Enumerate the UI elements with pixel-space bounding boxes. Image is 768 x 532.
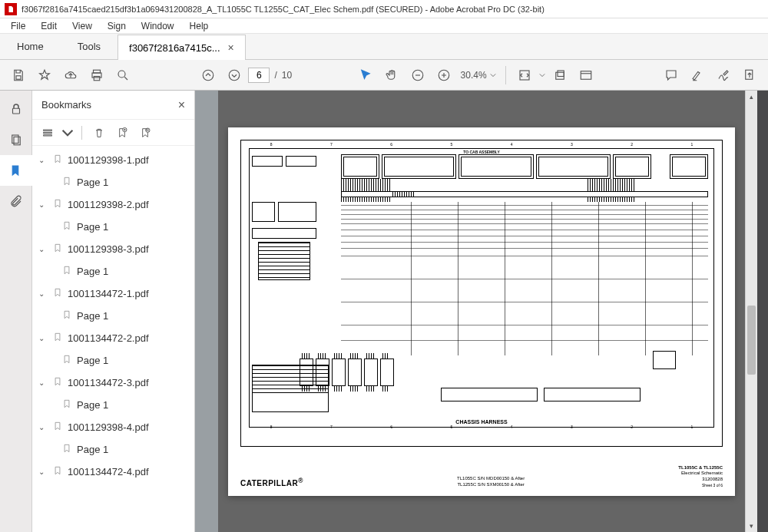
page-current-input[interactable] (248, 68, 270, 83)
chevron-down-icon[interactable]: ⌄ (38, 200, 48, 209)
page-gutter (195, 91, 218, 532)
page-control: / 10 (248, 68, 292, 83)
page-up-button[interactable] (196, 63, 220, 88)
rail-thumbnails-button[interactable] (0, 124, 32, 155)
bookmark-item[interactable]: ⌄1001129398-2.pdf (35, 193, 194, 216)
grid-numbers-top: 87654321 (241, 142, 722, 148)
zoom-display[interactable]: 30.4% (458, 70, 499, 81)
star-button[interactable] (32, 63, 57, 88)
window-title: f3067f2816a7415caed215df3b1a069431200828… (22, 5, 768, 14)
bookmark-item[interactable]: ⌄1001129398-1.pdf (35, 149, 194, 171)
window-titlebar: f3067f2816a7415caed215df3b1a069431200828… (0, 0, 768, 18)
scroll-thumb[interactable] (747, 306, 756, 375)
chevron-down-icon[interactable]: ⌄ (38, 156, 48, 164)
fit-chevron[interactable] (538, 72, 546, 78)
hand-tool-button[interactable] (379, 63, 404, 88)
tab-document[interactable]: f3067f2816a7415c... × (118, 35, 246, 60)
highlight-button[interactable] (685, 63, 710, 88)
bookmark-options-button[interactable] (38, 124, 57, 142)
tab-close-icon[interactable]: × (228, 41, 234, 54)
new-bookmark-button[interactable] (113, 124, 131, 142)
panel-close-icon[interactable]: × (178, 98, 185, 112)
rail-bookmarks-button[interactable] (0, 155, 32, 186)
panel-separator (81, 126, 82, 140)
bookmark-item[interactable]: ⌄1001134472-1.pdf (35, 283, 194, 305)
bookmark-icon (61, 265, 72, 278)
tab-home[interactable]: Home (0, 34, 61, 59)
menu-bar: File Edit View Sign Window Help (0, 18, 768, 34)
bookmark-tree[interactable]: ⌄1001129398-1.pdfPage 1⌄1001129398-2.pdf… (32, 146, 194, 532)
select-tool-button[interactable] (353, 63, 378, 88)
bookmark-child-item[interactable]: Page 1 (35, 216, 194, 238)
zoom-out-button[interactable] (406, 63, 430, 88)
menu-sign[interactable]: Sign (100, 19, 134, 33)
bookmark-label: Page 1 (77, 221, 108, 233)
toolbar-separator (505, 66, 506, 84)
model-line-1: TL1055C S/N MDD00150 & After (303, 476, 678, 482)
cloud-upload-button[interactable] (58, 63, 83, 88)
tab-document-label: f3067f2816a7415c... (129, 42, 220, 54)
model-line-2: TL1255C S/N SXM00150 & After (303, 482, 678, 488)
save-button[interactable] (6, 63, 31, 88)
fit-width-button[interactable] (512, 63, 537, 88)
bookmark-label: 1001129398-3.pdf (68, 243, 149, 255)
bookmark-child-item[interactable]: Page 1 (35, 305, 194, 327)
bookmark-child-item[interactable]: Page 1 (35, 171, 194, 193)
bookmark-item[interactable]: ⌄1001134472-2.pdf (35, 327, 194, 349)
bookmark-icon (52, 465, 63, 478)
delete-bookmark-button[interactable] (90, 124, 108, 142)
menu-file[interactable]: File (3, 19, 33, 33)
bookmark-child-item[interactable]: Page 1 (35, 260, 194, 283)
tools-pane-collapsed[interactable] (757, 91, 768, 532)
menu-help[interactable]: Help (182, 19, 217, 33)
comment-button[interactable] (659, 63, 684, 88)
bookmark-item[interactable]: ⌄1001134472-4.pdf (35, 461, 194, 483)
print-button[interactable] (84, 63, 109, 88)
find-bookmark-button[interactable] (136, 124, 154, 142)
brand-label: CATERPILLAR (240, 480, 298, 488)
svg-rect-17 (44, 130, 52, 131)
rail-lock-button[interactable] (0, 94, 32, 124)
grid-numbers-bottom: 87654321 (241, 425, 722, 431)
chevron-down-icon[interactable]: ⌄ (38, 423, 48, 431)
menu-view[interactable]: View (65, 19, 100, 33)
menu-window[interactable]: Window (134, 19, 182, 33)
page-total: 10 (282, 70, 292, 81)
scroll-down-arrow-icon[interactable]: ▾ (746, 520, 757, 532)
find-button[interactable] (111, 63, 135, 88)
share-button[interactable] (737, 63, 762, 88)
menu-edit[interactable]: Edit (33, 19, 65, 33)
bookmark-item[interactable]: ⌄1001129398-3.pdf (35, 238, 194, 260)
zoom-in-button[interactable] (432, 63, 456, 88)
chevron-down-icon (61, 127, 74, 139)
vertical-scrollbar[interactable]: ▴ ▾ (745, 91, 757, 532)
bookmark-item[interactable]: ⌄1001134472-3.pdf (35, 372, 194, 394)
chevron-down-icon[interactable]: ⌄ (38, 378, 48, 387)
title-line-3: 31200828 (678, 477, 723, 483)
read-mode-button[interactable] (574, 63, 598, 88)
bookmark-child-item[interactable]: Page 1 (35, 349, 194, 372)
svg-rect-15 (12, 135, 18, 144)
title-line-1: TL1055C & TL1255C (678, 465, 723, 471)
bookmark-item[interactable]: ⌄1001129398-4.pdf (35, 416, 194, 438)
title-line-2: Electrical Schematic (678, 471, 723, 477)
bookmark-child-item[interactable]: Page 1 (35, 394, 194, 416)
scroll-up-arrow-icon[interactable]: ▴ (746, 91, 757, 103)
chevron-down-icon[interactable]: ⌄ (38, 289, 48, 298)
chevron-down-icon[interactable]: ⌄ (38, 468, 48, 476)
svg-rect-0 (16, 75, 21, 79)
chassis-harness-label: CHASSIS HARNESS (455, 419, 507, 425)
page-down-button[interactable] (222, 63, 247, 88)
chevron-down-icon[interactable]: ⌄ (38, 245, 48, 253)
sign-button[interactable] (711, 63, 736, 88)
bookmark-icon (52, 243, 63, 256)
svg-rect-9 (520, 71, 529, 80)
rotate-page-button[interactable] (548, 63, 572, 88)
bookmark-label: 1001134472-1.pdf (68, 288, 149, 299)
svg-rect-16 (14, 137, 20, 145)
chevron-down-icon[interactable]: ⌄ (38, 334, 48, 342)
page-viewport[interactable]: 87654321 TO CAB ASSEMBLY (218, 91, 745, 532)
bookmark-child-item[interactable]: Page 1 (35, 438, 194, 461)
rail-attachments-button[interactable] (0, 186, 32, 216)
tab-tools[interactable]: Tools (61, 34, 118, 59)
